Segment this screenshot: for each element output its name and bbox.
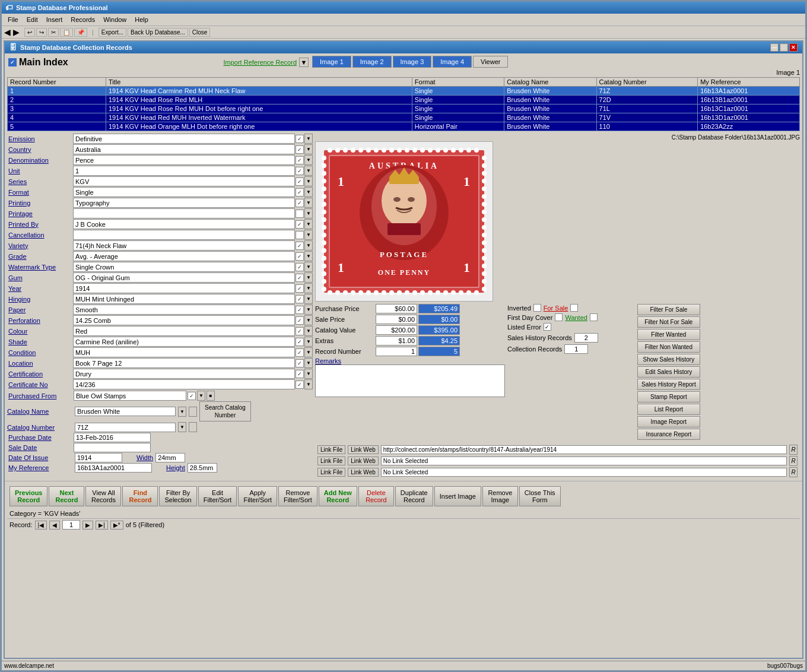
- input-sale-date[interactable]: [74, 443, 151, 452]
- input-catalog-number[interactable]: [75, 423, 176, 432]
- btn-close-form[interactable]: Close This Form: [519, 486, 561, 506]
- right-btn-4[interactable]: Show Sales History: [637, 354, 700, 365]
- label-shade[interactable]: Shade: [7, 338, 72, 346]
- table-row[interactable]: 51914 KGV Head Orange MLH Dot before rig…: [8, 122, 800, 131]
- val-sales-history[interactable]: [574, 333, 598, 343]
- input-purchase-date[interactable]: [74, 433, 151, 442]
- right-btn-7[interactable]: Stamp Report: [637, 391, 700, 402]
- val-record-num-1[interactable]: [376, 347, 417, 356]
- input-gum[interactable]: [73, 272, 295, 283]
- link-r-1[interactable]: R: [789, 445, 798, 455]
- menu-file[interactable]: File: [4, 15, 22, 24]
- label-series[interactable]: Series: [7, 177, 72, 186]
- check-condition[interactable]: ✓: [296, 348, 304, 357]
- link-r-2[interactable]: R: [789, 456, 798, 466]
- input-printage[interactable]: [73, 208, 295, 218]
- tab-image4[interactable]: Image 4: [433, 56, 472, 68]
- link-file-1[interactable]: Link File: [317, 445, 345, 454]
- val-catalog-value-2[interactable]: [418, 325, 460, 335]
- link-r-3[interactable]: R: [789, 467, 798, 477]
- check-variety[interactable]: ✓: [296, 242, 304, 250]
- input-series[interactable]: [73, 176, 295, 186]
- val-collection-records[interactable]: [564, 344, 588, 354]
- dd-cancellation[interactable]: ▼: [304, 230, 313, 240]
- right-btn-10[interactable]: Insurance Report: [637, 429, 700, 440]
- label-unit[interactable]: Unit: [7, 167, 72, 175]
- btn-find-record[interactable]: Find Record: [122, 486, 158, 506]
- check-printed_by[interactable]: ✓: [296, 220, 304, 229]
- dd-country[interactable]: ▼: [304, 144, 313, 154]
- input-year[interactable]: [73, 283, 295, 293]
- dd-condition[interactable]: ▼: [304, 347, 313, 357]
- purchased-from-dd[interactable]: ▼: [197, 391, 205, 401]
- cb-listed-error[interactable]: ✓: [544, 323, 551, 331]
- label-width[interactable]: Width: [136, 454, 153, 461]
- input-variety[interactable]: [73, 240, 295, 251]
- dd-grade[interactable]: ▼: [304, 251, 313, 261]
- tab-image3[interactable]: Image 3: [393, 56, 432, 68]
- toolbar-copy[interactable]: 📋: [60, 28, 73, 37]
- check-gum[interactable]: ✓: [296, 274, 304, 282]
- input-grade[interactable]: [73, 251, 295, 261]
- input-my-reference[interactable]: [75, 463, 152, 473]
- dd-hinging[interactable]: ▼: [304, 294, 313, 304]
- purchased-from-check[interactable]: ✓: [188, 392, 196, 400]
- check-denomination[interactable]: ✓: [296, 156, 304, 164]
- tab-viewer[interactable]: Viewer: [473, 56, 508, 68]
- val-extras-2[interactable]: [418, 336, 460, 345]
- label-date-of-issue[interactable]: Date Of Issue: [7, 454, 72, 462]
- dd-emission[interactable]: ▼: [304, 134, 313, 144]
- toolbar-redo[interactable]: ↪: [36, 28, 47, 37]
- label-printed_by[interactable]: Printed By: [7, 220, 72, 229]
- input-perforation[interactable]: [73, 315, 295, 325]
- check-paper[interactable]: ✓: [296, 306, 304, 314]
- dd-certification[interactable]: ▼: [304, 369, 313, 379]
- link-url-1[interactable]: [381, 445, 787, 454]
- table-row[interactable]: 41914 KGV Head Red MUH Inverted Watermar…: [8, 113, 800, 122]
- label-catalog-name[interactable]: Catalog Name: [7, 408, 72, 415]
- nav-first[interactable]: |◀: [35, 521, 47, 530]
- val-catalog-value-1[interactable]: [376, 325, 417, 335]
- label-format[interactable]: Format: [7, 188, 72, 196]
- table-row[interactable]: 31914 KGV Head Rose Red MUH Dot before r…: [8, 104, 800, 113]
- label-sale-date[interactable]: Sale Date: [7, 443, 72, 452]
- cb-inverted[interactable]: [533, 304, 541, 312]
- label-gum[interactable]: Gum: [7, 274, 72, 282]
- input-purchased-from[interactable]: [74, 391, 186, 401]
- label-variety[interactable]: Variety: [7, 242, 72, 250]
- input-country[interactable]: [73, 144, 295, 154]
- check-colour[interactable]: ✓: [296, 327, 304, 335]
- label-certification[interactable]: Certification: [7, 370, 72, 378]
- nav-new[interactable]: ▶*: [110, 521, 123, 530]
- purchased-from-sq[interactable]: ■: [206, 391, 215, 401]
- cb-wanted[interactable]: [590, 313, 598, 321]
- nav-next-rec[interactable]: ▶: [82, 521, 93, 530]
- check-shade[interactable]: ✓: [296, 338, 304, 346]
- btn-remove-image[interactable]: Remove Image: [482, 486, 518, 506]
- input-certification[interactable]: [73, 369, 295, 379]
- label-grade[interactable]: Grade: [7, 252, 72, 261]
- import-reference-link[interactable]: Import Reference Record: [224, 59, 297, 66]
- check-hinging[interactable]: ✓: [296, 295, 304, 303]
- dd-series[interactable]: ▼: [304, 176, 313, 186]
- catalog-number-sq[interactable]: [189, 422, 197, 432]
- dd-printage[interactable]: ▼: [304, 208, 313, 218]
- val-sale-price-2[interactable]: [418, 315, 460, 324]
- dd-perforation[interactable]: ▼: [304, 315, 313, 325]
- label-location[interactable]: Location: [7, 359, 72, 367]
- label-paper[interactable]: Paper: [7, 306, 72, 314]
- tab-image1[interactable]: Image 1: [312, 56, 351, 68]
- toolbar-export[interactable]: Export...: [99, 28, 126, 37]
- check-format[interactable]: ✓: [296, 188, 304, 196]
- dd-printed_by[interactable]: ▼: [304, 219, 313, 229]
- wanted-link[interactable]: Wanted: [565, 314, 587, 321]
- btn-insert-image[interactable]: Insert Image: [434, 486, 481, 506]
- toolbar-backup[interactable]: Back Up Database...: [128, 28, 188, 37]
- input-paper[interactable]: [73, 305, 295, 315]
- dd-printing[interactable]: ▼: [304, 198, 313, 208]
- toolbar-cut[interactable]: ✂: [48, 28, 59, 37]
- label-denomination[interactable]: Denomination: [7, 156, 72, 164]
- check-perforation[interactable]: ✓: [296, 316, 304, 325]
- check-emission[interactable]: ✓: [296, 135, 304, 143]
- record-num-input[interactable]: [62, 520, 80, 530]
